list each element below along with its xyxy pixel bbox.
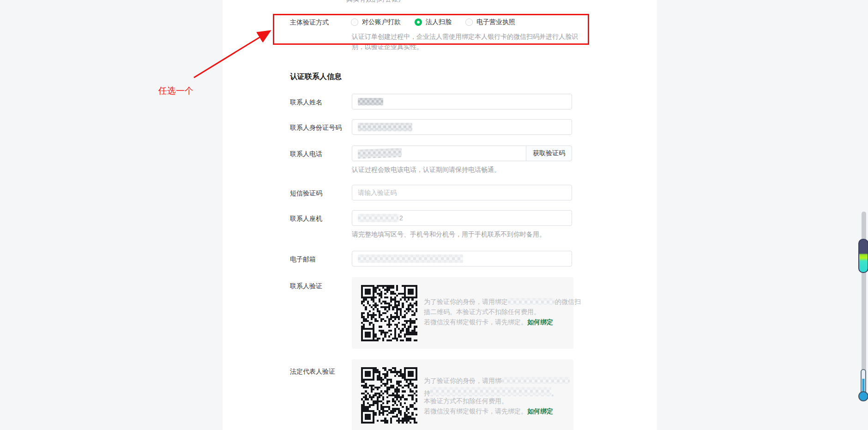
legal-verify-line2: 持。	[424, 387, 558, 398]
contact-verify-qr-code	[361, 285, 417, 341]
how-to-bind-link[interactable]: 如何绑定	[527, 318, 553, 326]
legal-verify-qr-code	[361, 367, 417, 424]
method-label: 主体验证方式	[290, 18, 329, 27]
section-heading: 认证联系人信息	[290, 72, 342, 82]
method-desc-line2: 别，以验证企业真实性。	[352, 43, 423, 51]
landline-visible-fragment: 2	[399, 214, 403, 222]
landline-redaction-mosaic	[358, 214, 398, 222]
name-label: 联系人姓名	[290, 98, 322, 107]
id-number-label: 联系人身份证号码	[290, 124, 342, 132]
radio-circle-icon	[465, 18, 473, 26]
id-number-redaction-mosaic	[358, 123, 412, 131]
id-number-input[interactable]	[352, 119, 572, 135]
sms-code-input[interactable]	[352, 185, 572, 200]
landline-helper: 请完整地填写区号、手机号和分机号，用于手机联系不到你时备用。	[352, 230, 546, 239]
legal-verify-redaction-mosaic2	[430, 387, 551, 396]
radio-label: 对公账户打款	[362, 18, 401, 26]
get-sms-code-button[interactable]: 获取验证码	[526, 145, 572, 161]
legal-verify-line1: 为了验证你的身份，请用绑	[424, 377, 570, 385]
clipped-top-text: 真实有效的对公账户	[346, 0, 466, 4]
landline-label: 联系人座机	[290, 215, 322, 223]
contact-verify-line2: 描二维码。本验证方式不扣除任何费用。	[424, 308, 540, 316]
scrollbar-thumb[interactable]	[862, 212, 866, 372]
email-redaction-mosaic	[358, 254, 463, 263]
email-input[interactable]	[352, 251, 572, 266]
name-input[interactable]	[352, 94, 572, 109]
legal-verify-panel: 为了验证你的身份，请用绑 持。 本验证方式不扣除任何费用。 若微信没有绑定银行卡…	[352, 359, 573, 430]
phone-helper: 认证过程会致电该电话，认证期间请保持电话畅通。	[352, 166, 500, 174]
radio-circle-icon	[351, 18, 358, 26]
contact-verify-panel: 为了验证你的身份，请用绑定的微信扫 描二维码。本验证方式不扣除任何费用。 若微信…	[352, 277, 573, 349]
scroll-indicator-capsule	[858, 239, 868, 273]
name-redaction-mosaic	[358, 98, 383, 105]
radio-legal-face-scan[interactable]: 法人扫脸	[415, 18, 452, 26]
annotation-label: 任选一个	[158, 85, 193, 97]
contact-verify-line1: 为了验证你的身份，请用绑定的微信扫	[424, 298, 581, 306]
legal-verify-label: 法定代表人验证	[290, 368, 335, 376]
legal-verify-redaction-mosaic1	[501, 377, 570, 384]
phone-input[interactable]	[352, 145, 526, 161]
contact-verify-redaction-mosaic	[508, 298, 555, 305]
radio-electronic-license[interactable]: 电子营业执照	[465, 18, 515, 26]
landline-input[interactable]: 2	[352, 210, 572, 226]
legal-verify-line3: 本验证方式不扣除任何费用。	[424, 397, 508, 406]
page: { "top_clipped_text": "真实有效的对公账户", "anno…	[0, 0, 868, 430]
phone-label: 联系人电话	[290, 150, 322, 158]
radio-corporate-payment[interactable]: 对公账户打款	[351, 18, 401, 26]
radio-label: 法人扫脸	[426, 18, 452, 26]
email-label: 电子邮箱	[290, 255, 316, 264]
contact-verify-label: 联系人验证	[290, 282, 322, 291]
legal-verify-line4: 若微信没有绑定银行卡，请先绑定。如何绑定	[424, 407, 553, 416]
method-desc-line1: 认证订单创建过程中，企业法人需使用绑定本人银行卡的微信扫码并进行人脸识	[352, 33, 578, 41]
radio-label: 电子营业执照	[476, 18, 515, 26]
thermometer-indicator	[856, 369, 868, 402]
sms-code-label: 短信验证码	[290, 189, 322, 198]
contact-verify-line3: 若微信没有绑定银行卡，请先绑定。如何绑定	[424, 318, 553, 327]
phone-redaction-mosaic	[358, 148, 402, 158]
method-radio-group: 对公账户打款 法人扫脸 电子营业执照	[351, 18, 529, 26]
how-to-bind-link[interactable]: 如何绑定	[527, 407, 553, 415]
radio-circle-icon	[415, 18, 422, 26]
